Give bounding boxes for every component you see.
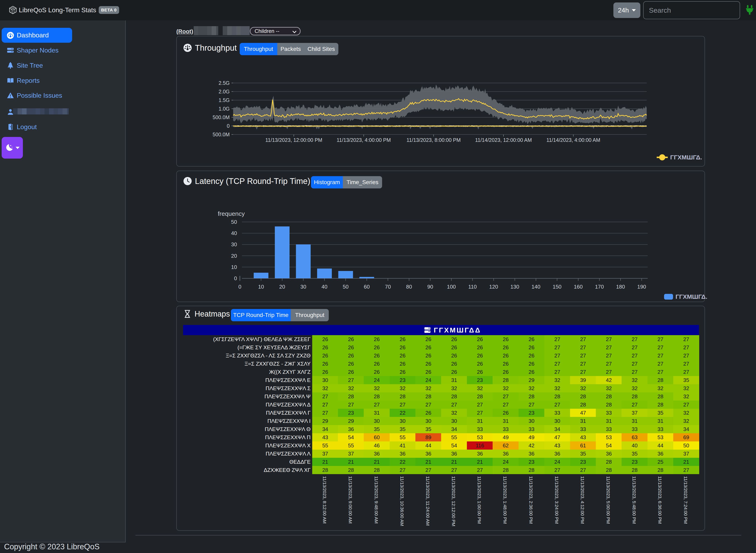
svg-text:11/13/2023, 12:00:00 PM: 11/13/2023, 12:00:00 PM: [265, 137, 322, 143]
svg-text:160: 160: [574, 284, 583, 290]
svg-text:20: 20: [231, 253, 237, 259]
svg-text:11/14/2023, 12:00:00 AM: 11/14/2023, 12:00:00 AM: [475, 137, 532, 143]
svg-text:180: 180: [616, 284, 625, 290]
svg-text:11/13/2023, 8:00:00 PM: 11/13/2023, 8:00:00 PM: [406, 137, 460, 143]
svg-text:40: 40: [322, 284, 328, 290]
svg-text:90: 90: [427, 284, 433, 290]
svg-text:ΓΓΧΜШΓΔ.: ΓΓΧΜШΓΔ.: [675, 293, 707, 300]
svg-text:50: 50: [343, 284, 349, 290]
svg-text:1.0G: 1.0G: [219, 106, 230, 111]
svg-text:10: 10: [258, 284, 264, 290]
svg-text:500.0M: 500.0M: [213, 114, 230, 120]
svg-text:140: 140: [531, 284, 540, 290]
svg-text:1.5G: 1.5G: [219, 97, 230, 103]
svg-text:2.0G: 2.0G: [219, 89, 230, 94]
svg-text:130: 130: [510, 284, 519, 290]
svg-text:60: 60: [364, 284, 370, 290]
svg-text:40: 40: [231, 230, 237, 236]
svg-text:ΓΓΧΜШΓΔ.: ΓΓΧΜШΓΔ.: [670, 154, 702, 161]
svg-text:120: 120: [489, 284, 498, 290]
svg-text:20: 20: [279, 284, 285, 290]
svg-text:80: 80: [406, 284, 412, 290]
svg-text:10: 10: [231, 264, 237, 270]
svg-text:2.5G: 2.5G: [219, 80, 230, 86]
svg-text:0: 0: [234, 275, 237, 282]
svg-text:50: 50: [231, 219, 237, 225]
svg-text:11/13/2023, 4:00:00 PM: 11/13/2023, 4:00:00 PM: [337, 137, 391, 143]
svg-text:70: 70: [385, 284, 391, 290]
svg-text:11/14/2023, 4:00:00 AM: 11/14/2023, 4:00:00 AM: [547, 137, 600, 143]
svg-text:0: 0: [227, 123, 230, 129]
svg-text:30: 30: [231, 241, 237, 247]
svg-text:170: 170: [595, 284, 604, 290]
svg-text:500.0M: 500.0M: [213, 132, 230, 137]
svg-text:frequency: frequency: [218, 210, 245, 217]
svg-text:110: 110: [468, 284, 477, 290]
svg-text:0: 0: [239, 284, 241, 290]
svg-text:100: 100: [447, 284, 456, 290]
svg-text:190: 190: [637, 284, 646, 290]
svg-text:30: 30: [300, 284, 306, 290]
svg-text:150: 150: [553, 284, 562, 290]
